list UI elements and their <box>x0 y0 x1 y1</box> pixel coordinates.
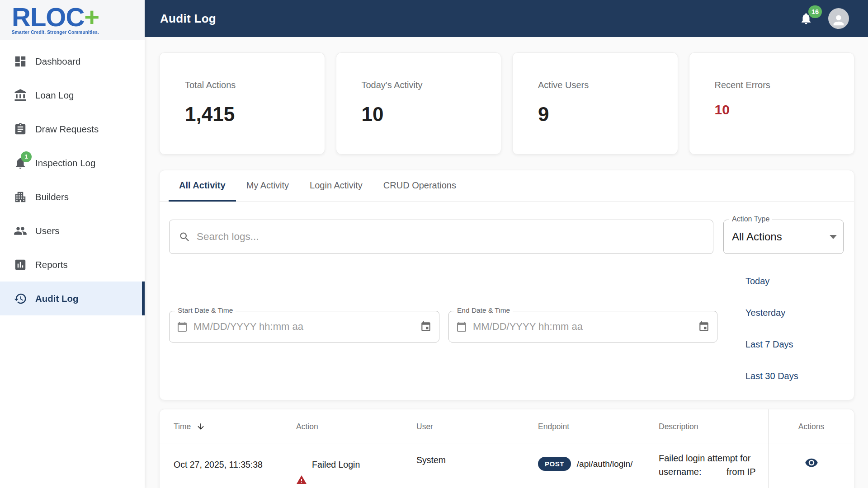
dashboard-grid-icon <box>14 55 27 68</box>
tab-login-activity[interactable]: Login Activity <box>299 170 373 202</box>
sidebar-item-label: Reports <box>35 259 68 270</box>
action-type-label: Action Type <box>729 215 772 223</box>
column-header-user: User <box>402 422 524 432</box>
calendar-icon <box>177 321 188 332</box>
row-actions <box>768 444 854 488</box>
row-endpoint: POST /api/auth/login/ <box>524 444 645 488</box>
stat-label: Total Actions <box>185 80 316 90</box>
stat-card-recent-errors: Recent Errors 10 <box>689 52 855 155</box>
brand-name: RLOC <box>12 2 84 32</box>
sidebar-item-inspection-log[interactable]: 1 Inspection Log <box>0 146 145 180</box>
calendar-picker-icon[interactable] <box>420 321 432 333</box>
quick-range-last-30-days[interactable]: Last 30 Days <box>745 371 798 381</box>
sidebar: RLOC+ Smarter Credit. Stronger Communiti… <box>0 0 145 488</box>
clipboard-icon <box>14 122 27 136</box>
row-user: System <box>402 444 524 488</box>
sidebar-item-label: Inspection Log <box>35 158 95 169</box>
bar-chart-icon <box>14 258 27 272</box>
sidebar-item-draw-requests[interactable]: Draw Requests <box>0 112 145 146</box>
sidebar-item-label: Users <box>35 225 60 236</box>
sidebar-item-label: Loan Log <box>35 90 74 101</box>
description-line-2: username: from IP <box>659 465 768 479</box>
sidebar-item-label: Builders <box>35 192 69 202</box>
tab-crud-operations[interactable]: CRUD Operations <box>373 170 467 202</box>
stat-card-total-actions: Total Actions 1,415 <box>159 52 325 155</box>
quick-range-yesterday[interactable]: Yesterday <box>745 307 798 318</box>
tab-all-activity[interactable]: All Activity <box>169 170 236 202</box>
table-header-row: Time Action User Endpoint Description Ac… <box>160 409 854 444</box>
brand-tagline: Smarter Credit. Stronger Communities. <box>12 30 145 35</box>
notification-count-badge: 16 <box>808 5 822 18</box>
description-line-1: Failed login attempt for <box>659 451 768 465</box>
sidebar-item-dashboard[interactable]: Dashboard <box>0 44 145 78</box>
user-avatar[interactable] <box>828 8 849 29</box>
stat-label: Recent Errors <box>715 80 845 90</box>
audit-log-table: Time Action User Endpoint Description Ac… <box>159 409 854 488</box>
sidebar-item-label: Draw Requests <box>35 124 99 135</box>
action-type-value: All Actions <box>732 230 782 243</box>
end-date-label: End Date & Time <box>454 306 513 314</box>
row-description: Failed login attempt for username: from … <box>645 444 768 488</box>
stat-label: Today's Activity <box>362 80 492 90</box>
row-action-label: Failed Login <box>282 460 402 470</box>
sidebar-item-builders[interactable]: Builders <box>0 180 145 214</box>
sidebar-nav: Dashboard Loan Log Draw Requests 1 Inspe… <box>0 40 145 315</box>
sidebar-item-audit-log[interactable]: Audit Log <box>0 282 145 315</box>
main-content: Total Actions 1,415 Today's Activity 10 … <box>145 37 868 488</box>
quick-date-ranges: Today Yesterday Last 7 Days Last 30 Days <box>745 276 798 381</box>
search-box <box>169 220 713 254</box>
chevron-down-icon <box>830 235 837 239</box>
sidebar-item-reports[interactable]: Reports <box>0 248 145 282</box>
start-date-field: Start Date & Time <box>169 311 439 343</box>
sidebar-item-users[interactable]: Users <box>0 214 145 248</box>
stat-value: 1,415 <box>185 103 316 126</box>
column-header-description: Description <box>645 422 768 432</box>
warning-icon <box>296 474 307 485</box>
quick-range-today[interactable]: Today <box>745 276 798 286</box>
history-icon <box>14 292 27 305</box>
search-icon <box>179 231 191 243</box>
bell-icon: 1 <box>14 156 27 170</box>
stat-card-todays-activity: Today's Activity 10 <box>336 52 502 155</box>
stat-value: 10 <box>362 103 492 126</box>
sidebar-item-loan-log[interactable]: Loan Log <box>0 78 145 112</box>
http-method-badge: POST <box>538 457 571 471</box>
brand-plus: + <box>84 2 99 32</box>
stat-value: 10 <box>715 102 845 117</box>
sidebar-item-label: Dashboard <box>35 56 80 67</box>
people-icon <box>14 224 27 238</box>
start-date-input[interactable] <box>193 321 338 333</box>
stat-card-active-users: Active Users 9 <box>512 52 678 155</box>
bank-icon <box>14 89 27 102</box>
column-header-endpoint: Endpoint <box>524 422 645 432</box>
top-bar: Audit Log 16 <box>145 0 868 37</box>
action-type-select[interactable]: Action Type All Actions <box>723 220 844 254</box>
stat-label: Active Users <box>538 80 669 90</box>
tab-my-activity[interactable]: My Activity <box>236 170 299 202</box>
inspection-log-badge: 1 <box>21 151 32 162</box>
table-row: Oct 27, 2025, 11:35:38 Failed Login Syst… <box>160 444 854 488</box>
building-icon <box>14 190 27 204</box>
column-header-actions: Actions <box>768 409 854 444</box>
stat-value: 9 <box>538 103 669 126</box>
sort-descending-icon[interactable] <box>196 422 205 431</box>
activity-tabs: All Activity My Activity Login Activity … <box>160 170 854 202</box>
endpoint-path: /api/auth/login/ <box>577 457 633 469</box>
row-time: Oct 27, 2025, 11:35:38 <box>160 444 282 488</box>
column-header-action: Action <box>282 422 402 432</box>
end-date-input[interactable] <box>473 321 618 333</box>
sidebar-item-label: Audit Log <box>35 293 79 304</box>
start-date-label: Start Date & Time <box>175 306 236 314</box>
notifications-button[interactable]: 16 <box>799 12 813 25</box>
view-details-button[interactable] <box>805 456 818 471</box>
stats-row: Total Actions 1,415 Today's Activity 10 … <box>159 52 854 155</box>
page-title: Audit Log <box>160 12 216 26</box>
search-input[interactable] <box>197 231 706 243</box>
eye-icon <box>805 456 818 469</box>
quick-range-last-7-days[interactable]: Last 7 Days <box>745 339 798 350</box>
row-action: Failed Login <box>282 444 402 488</box>
calendar-icon <box>456 321 467 332</box>
column-header-time[interactable]: Time <box>160 422 282 432</box>
calendar-picker-icon[interactable] <box>698 321 710 333</box>
brand-logo: RLOC+ Smarter Credit. Stronger Communiti… <box>0 0 145 40</box>
